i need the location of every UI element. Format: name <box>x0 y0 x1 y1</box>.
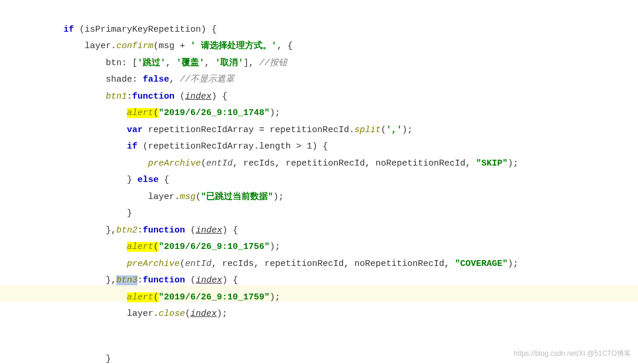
code-editor[interactable]: if (isPrimaryKeyRepetition) { layer.conf… <box>0 0 638 323</box>
punct: ( <box>74 25 85 35</box>
debug-string: "2019/6/26_9:10_1759" <box>159 292 270 302</box>
object: layer <box>85 41 111 51</box>
debug-string: "2019/6/26_9:10_1748" <box>159 108 270 118</box>
watermark-text: https://blog.csdn.net/Xi @51CTO博客 <box>514 347 631 360</box>
prop-btn: btn <box>106 58 122 68</box>
comment: //不显示遮罩 <box>180 75 234 85</box>
method-confirm: confirm <box>116 41 153 51</box>
alert-call: alert <box>127 292 153 302</box>
param-index: index <box>185 92 211 102</box>
comment: //按钮 <box>259 58 287 68</box>
punct: ) { <box>201 25 217 35</box>
partial-last-line: } <box>63 351 111 365</box>
identifier: isPrimaryKeyRepetition <box>85 25 201 35</box>
text-selection: btn3 <box>116 275 137 285</box>
debug-string: "2019/6/26_9:10_1756" <box>159 242 270 252</box>
preArchive-call: preArchive <box>148 159 201 168</box>
prop-btn2: btn2 <box>116 225 137 235</box>
alert-call: alert <box>127 242 153 252</box>
alert-call: alert <box>127 108 153 118</box>
prop-btn1: btn1 <box>106 92 127 102</box>
prop-btn3: btn3 <box>116 275 137 285</box>
string-literal: ' 请选择处理方式。' <box>190 41 277 51</box>
prop-shade: shade <box>106 75 132 85</box>
keyword-if: if <box>63 25 74 35</box>
